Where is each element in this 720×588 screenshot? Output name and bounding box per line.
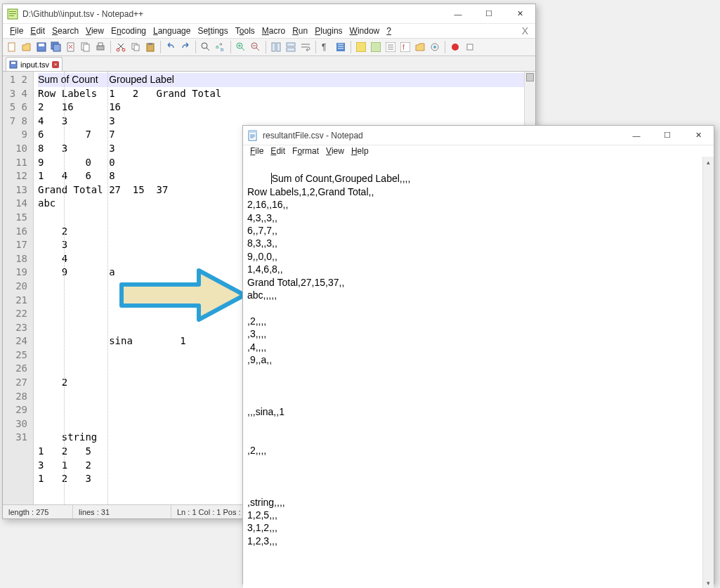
- print-icon[interactable]: [94, 41, 107, 53]
- doc-map-icon[interactable]: [369, 41, 382, 53]
- file-tab-icon: [9, 60, 18, 69]
- indent-guide-icon[interactable]: [334, 41, 347, 53]
- zoom-in-icon[interactable]: [235, 41, 247, 53]
- wp-close-button[interactable]: ✕: [683, 126, 714, 145]
- monitor-icon[interactable]: [428, 41, 441, 53]
- svg-rect-31: [356, 42, 366, 52]
- svg-rect-13: [98, 43, 103, 46]
- npp-menu-edit[interactable]: Edit: [27, 25, 48, 37]
- indent-guide: [64, 72, 65, 504]
- npp-menu-settings[interactable]: Settings: [195, 25, 230, 37]
- npp-tab-close-icon[interactable]: ×: [52, 61, 59, 68]
- stop-icon[interactable]: [464, 41, 476, 53]
- npp-menu-encoding[interactable]: Encoding: [108, 25, 149, 37]
- wp-menu-format[interactable]: Format: [289, 145, 322, 157]
- svg-text:b: b: [221, 46, 224, 53]
- npp-menu-language[interactable]: Language: [150, 25, 193, 37]
- svg-text:¶: ¶: [322, 42, 326, 52]
- svg-rect-19: [148, 43, 152, 45]
- copy-icon[interactable]: [129, 41, 142, 53]
- undo-icon[interactable]: [164, 41, 177, 53]
- zoom-out-icon[interactable]: [249, 41, 262, 53]
- npp-menu-help[interactable]: ?: [384, 25, 394, 37]
- scroll-down-icon[interactable]: ▾: [703, 577, 714, 588]
- npp-titlebar[interactable]: D:\Github\\input.tsv - Notepad++ — ☐ ✕: [3, 4, 535, 24]
- scroll-up-icon[interactable]: ▴: [703, 157, 714, 168]
- func-list-icon[interactable]: f: [399, 41, 412, 53]
- sync-h-icon[interactable]: [284, 41, 297, 53]
- svg-rect-8: [53, 44, 60, 51]
- save-icon[interactable]: [35, 41, 48, 53]
- npp-title-text: D:\Github\\input.tsv - Notepad++: [22, 9, 143, 19]
- svg-point-37: [433, 46, 436, 48]
- svg-rect-32: [371, 42, 381, 52]
- svg-rect-26: [277, 43, 280, 51]
- svg-point-20: [202, 43, 207, 48]
- npp-menu-tools[interactable]: Tools: [233, 25, 258, 37]
- npp-close-button[interactable]: ✕: [504, 4, 535, 24]
- npp-line-numbers: 1 2 3 4 5 6 7 8 9 10 11 12 13 14 15 16 1…: [3, 72, 34, 504]
- npp-toolbar-x[interactable]: X: [519, 25, 531, 37]
- status-lines: lines : 31: [73, 505, 171, 518]
- npp-menu-view[interactable]: View: [83, 25, 107, 37]
- folder-icon[interactable]: [414, 41, 426, 53]
- wp-maximize-button[interactable]: ☐: [652, 126, 683, 145]
- svg-rect-1: [9, 11, 16, 12]
- svg-rect-6: [39, 44, 44, 46]
- record-icon[interactable]: [449, 41, 462, 53]
- find-icon[interactable]: [199, 41, 212, 53]
- new-file-icon[interactable]: [6, 41, 18, 53]
- wp-text-area[interactable]: Sum of Count,Grouped Label,,,, Row Label…: [243, 157, 714, 588]
- wp-titlebar[interactable]: resultantFile.csv - Notepad — ☐ ✕: [243, 126, 714, 145]
- close-file-icon[interactable]: [65, 41, 77, 53]
- wp-text-content: Sum of Count,Grouped Label,,,, Row Label…: [247, 173, 410, 546]
- udf-icon[interactable]: [355, 41, 367, 53]
- npp-menu-macro[interactable]: Macro: [259, 25, 288, 37]
- svg-rect-27: [287, 43, 295, 46]
- npp-minimize-button[interactable]: —: [443, 4, 473, 24]
- svg-rect-2: [9, 13, 16, 14]
- open-file-icon[interactable]: [20, 41, 33, 53]
- redo-icon[interactable]: [179, 41, 192, 53]
- wp-title-text: resultantFile.csv - Notepad: [263, 131, 363, 141]
- npp-menu-plugins[interactable]: Plugins: [312, 25, 345, 37]
- svg-text:f: f: [402, 44, 405, 51]
- npp-maximize-button[interactable]: ☐: [473, 4, 504, 24]
- paste-icon[interactable]: [144, 41, 157, 53]
- npp-file-tab-label: input.tsv: [20, 60, 49, 69]
- wp-menu-file[interactable]: File: [247, 145, 266, 157]
- npp-tabstrip: input.tsv ×: [3, 56, 535, 72]
- npp-menu-run[interactable]: Run: [289, 25, 310, 37]
- wp-menu-edit[interactable]: Edit: [268, 145, 288, 157]
- npp-menu-window[interactable]: Window: [347, 25, 383, 37]
- notepad-app-icon: [247, 130, 258, 141]
- svg-rect-17: [134, 45, 139, 51]
- show-all-chars-icon[interactable]: ¶: [320, 41, 332, 53]
- svg-rect-11: [84, 44, 89, 51]
- cut-icon[interactable]: [114, 41, 127, 53]
- wp-menu-view[interactable]: View: [323, 145, 347, 157]
- wp-menubar: File Edit Format View Help: [243, 145, 714, 157]
- sync-v-icon[interactable]: [270, 41, 282, 53]
- npp-menu-search[interactable]: Search: [49, 25, 81, 37]
- npp-menu-file[interactable]: File: [7, 25, 26, 37]
- npp-toolbar: ab ¶ f: [3, 38, 535, 56]
- svg-rect-4: [8, 43, 15, 51]
- svg-rect-25: [272, 43, 275, 51]
- notepad-window: resultantFile.csv - Notepad — ☐ ✕ File E…: [242, 125, 714, 584]
- svg-rect-39: [467, 44, 473, 50]
- replace-icon[interactable]: ab: [214, 41, 227, 53]
- status-length: length : 275: [3, 505, 73, 518]
- wp-menu-help[interactable]: Help: [348, 145, 372, 157]
- doc-list-icon[interactable]: [384, 41, 397, 53]
- wp-minimize-button[interactable]: —: [621, 126, 652, 145]
- svg-text:a: a: [216, 44, 219, 50]
- save-all-icon[interactable]: [50, 41, 63, 53]
- wp-vscrollbar[interactable]: ▴ ▾: [702, 157, 714, 588]
- svg-rect-28: [287, 48, 295, 51]
- npp-app-icon: [7, 8, 18, 20]
- npp-file-tab[interactable]: input.tsv ×: [6, 57, 63, 71]
- npp-menubar: File Edit Search View Encoding Language …: [3, 24, 535, 38]
- close-all-icon[interactable]: [79, 41, 92, 53]
- wrap-icon[interactable]: [299, 41, 312, 53]
